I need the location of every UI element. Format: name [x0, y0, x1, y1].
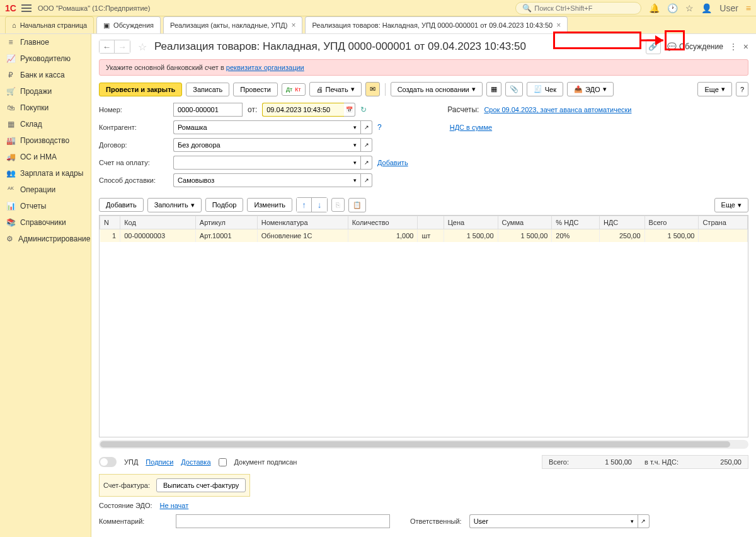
write-invoice-button[interactable]: Выписать счет-фактуру — [156, 478, 246, 492]
sidebar-item[interactable]: 📊Отчеты — [0, 198, 91, 214]
open-icon[interactable]: ↗ — [638, 514, 650, 528]
grid[interactable]: NКодАртикулНоменклатураКоличествоЦенаСум… — [99, 215, 748, 437]
history-icon[interactable]: 🕐 — [667, 3, 678, 13]
sidebar-item[interactable]: ▦Склад — [0, 116, 91, 132]
help-button[interactable]: ? — [736, 82, 748, 96]
column-header[interactable]: Сумма — [498, 216, 552, 229]
dropdown-icon[interactable]: ▾ — [627, 514, 638, 528]
fill-button[interactable]: Заполнить ▾ — [147, 198, 202, 212]
dt-kt-button[interactable]: ДтКт — [282, 83, 306, 96]
column-header[interactable]: Количество — [348, 216, 418, 229]
column-header[interactable]: % НДС — [552, 216, 600, 229]
print-button[interactable]: 🖨Печать ▾ — [309, 82, 362, 96]
column-header[interactable]: Всего — [644, 216, 699, 229]
delivery-link[interactable]: Доставка — [181, 458, 210, 466]
back-button[interactable]: ← — [100, 40, 115, 53]
refresh-icon[interactable]: ↻ — [360, 105, 367, 114]
sidebar-item[interactable]: 📚Справочники — [0, 214, 91, 231]
sidebar-item[interactable]: 📈Руководителю — [0, 50, 91, 67]
user-name[interactable]: User — [719, 3, 738, 13]
open-icon[interactable]: ↗ — [361, 156, 372, 170]
edo-state-link[interactable]: Не начат — [160, 502, 189, 509]
sidebar-item[interactable]: 🛒Продажи — [0, 83, 91, 100]
close-icon[interactable]: × — [291, 21, 295, 30]
invoice-input[interactable] — [173, 156, 350, 170]
horizontal-scrollbar[interactable] — [99, 440, 748, 449]
change-button[interactable]: Изменить — [247, 198, 292, 212]
calc-link[interactable]: Срок 09.04.2023, зачет аванса автоматиче… — [484, 106, 631, 113]
signs-link[interactable]: Подписи — [146, 458, 173, 466]
column-header[interactable]: Цена — [444, 216, 498, 229]
sidebar-item[interactable]: 🛍Покупки — [0, 100, 91, 116]
check-button[interactable]: 🧾Чек — [527, 82, 563, 96]
responsible-input[interactable] — [469, 514, 627, 528]
close-icon[interactable]: × — [556, 21, 561, 30]
star-icon[interactable]: ☆ — [685, 3, 694, 13]
delivery-input[interactable] — [173, 173, 350, 187]
nds-link[interactable]: НДС в сумме — [450, 124, 492, 131]
date-input[interactable] — [262, 103, 344, 117]
dropdown-icon[interactable]: ▾ — [350, 138, 361, 152]
dropdown-icon[interactable]: ▾ — [350, 173, 361, 187]
user-icon[interactable]: 👤 — [701, 3, 712, 13]
sidebar-item[interactable]: ₽Банк и касса — [0, 67, 91, 83]
column-header[interactable]: Код — [120, 216, 196, 229]
column-header[interactable]: Номенклатура — [257, 216, 348, 229]
column-header[interactable]: Страна — [699, 216, 748, 229]
create-based-button[interactable]: Создать на основании ▾ — [391, 82, 483, 96]
tab-document[interactable]: Реализация товаров: Накладная, УПД 0000-… — [305, 16, 568, 33]
dropdown-icon[interactable]: ▾ — [350, 156, 361, 170]
table-row[interactable]: 1 00-00000003 Арт.10001 Обновление 1С 1,… — [100, 229, 748, 243]
close-icon[interactable]: × — [743, 42, 748, 52]
global-search[interactable]: 🔍 — [515, 2, 641, 14]
more-button[interactable]: Еще ▾ — [697, 82, 731, 96]
signed-checkbox[interactable] — [219, 458, 227, 466]
open-icon[interactable]: ↗ — [361, 138, 372, 152]
search-input[interactable] — [534, 4, 634, 12]
contragent-input[interactable] — [173, 120, 350, 134]
add-row-button[interactable]: Добавить — [99, 198, 144, 212]
copy-button[interactable]: ⎘ — [331, 198, 345, 212]
menu-icon[interactable]: ≡ — [746, 3, 751, 13]
tab-discussions[interactable]: ▣ Обсуждения — [96, 16, 161, 33]
sidebar-item[interactable]: ≡Главное — [0, 34, 91, 50]
warning-link[interactable]: реквизитах организации — [226, 64, 304, 71]
more-icon[interactable]: ⋮ — [730, 42, 737, 51]
dropdown-icon[interactable]: ▾ — [350, 120, 361, 134]
column-header[interactable] — [418, 216, 444, 229]
edo-button[interactable]: 📤ЭДО ▾ — [567, 82, 614, 96]
column-header[interactable]: Артикул — [195, 216, 257, 229]
invoice-add-link[interactable]: Добавить — [377, 159, 408, 166]
contract-input[interactable] — [173, 138, 350, 152]
open-icon[interactable]: ↗ — [361, 173, 372, 187]
attach-button[interactable]: 📎 — [505, 82, 523, 96]
open-icon[interactable]: ↗ — [361, 120, 372, 134]
calendar-icon[interactable]: 📅 — [344, 103, 355, 117]
table-more-button[interactable]: Еще ▾ — [714, 198, 748, 212]
paste-button[interactable]: 📋 — [348, 198, 366, 212]
pick-button[interactable]: Подбор — [205, 198, 244, 212]
bell-icon[interactable]: 🔔 — [649, 3, 660, 13]
menu-icon[interactable] — [21, 4, 32, 12]
sidebar-item[interactable]: 🏭Производство — [0, 132, 91, 149]
tab-home[interactable]: ⌂ Начальная страница — [5, 16, 94, 33]
forward-button[interactable]: → — [115, 40, 130, 53]
save-button[interactable]: Записать — [186, 83, 229, 96]
move-down-button[interactable]: ↓ — [312, 198, 327, 212]
upd-toggle[interactable] — [99, 457, 117, 467]
comment-input[interactable] — [176, 514, 390, 528]
mail-button[interactable]: ✉ — [365, 82, 380, 96]
column-header[interactable]: НДС — [599, 216, 644, 229]
column-header[interactable]: N — [100, 216, 120, 229]
post-close-button[interactable]: Провести и закрыть — [99, 83, 182, 96]
move-up-button[interactable]: ↑ — [297, 198, 312, 212]
related-button[interactable]: ▦ — [486, 82, 501, 96]
favorite-icon[interactable]: ☆ — [138, 41, 147, 53]
sidebar-item[interactable]: 🚚ОС и НМА — [0, 149, 91, 165]
sidebar-item[interactable]: ⚙Администрирование — [0, 231, 91, 247]
sidebar-item[interactable]: 👥Зарплата и кадры — [0, 165, 91, 182]
info-icon[interactable]: ? — [377, 123, 382, 132]
post-button[interactable]: Провести — [233, 83, 278, 96]
sidebar-item[interactable]: ᴬᴷОперации — [0, 182, 91, 198]
tab-realizations[interactable]: Реализация (акты, накладные, УПД) × — [163, 16, 302, 33]
